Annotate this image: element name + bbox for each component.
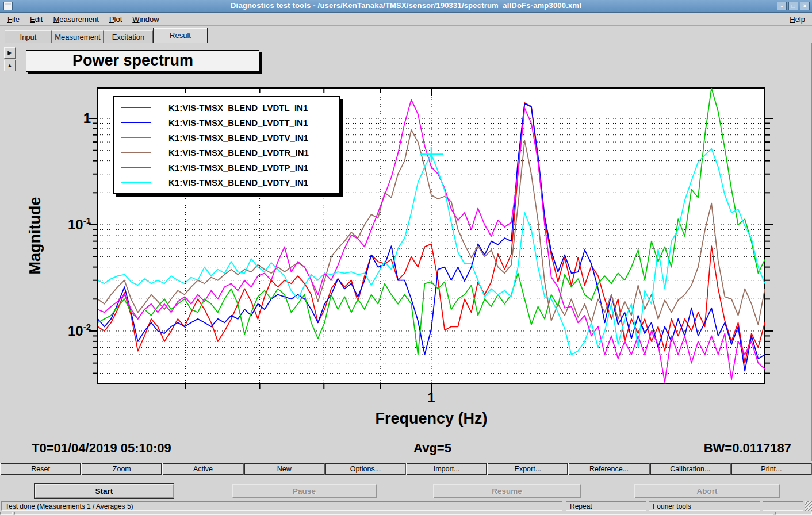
menu-edit[interactable]: Edit bbox=[25, 13, 48, 25]
result-pane: ▶ ▲ 110-110-21Frequency (Hz)Magnitude Po… bbox=[0, 43, 812, 461]
pan-right-icon: ▶ bbox=[7, 49, 12, 56]
title-bar[interactable]: Diagnostics test tools - /users/KenTanak… bbox=[0, 0, 812, 13]
menu-measurement[interactable]: Measurement bbox=[48, 13, 104, 25]
legend-label: K1:VIS-TMSX_BLEND_LVDTT_IN1 bbox=[168, 118, 308, 128]
legend-label: K1:VIS-TMSX_BLEND_LVDTP_IN1 bbox=[168, 163, 308, 172]
diagnostics-test-tools-window: Diagnostics test tools - /users/KenTanak… bbox=[0, 0, 812, 515]
y-tick-label: 10-1 bbox=[68, 216, 91, 232]
calibration-button[interactable]: Calibration... bbox=[650, 463, 731, 475]
x-tick-label: 1 bbox=[427, 390, 435, 405]
measurement-controls: StartPauseResumeAbort bbox=[0, 481, 812, 500]
tab-input[interactable]: Input bbox=[5, 30, 52, 43]
legend-label: K1:VIS-TMSX_BLEND_LVDTY_IN1 bbox=[168, 178, 308, 187]
menu-file[interactable]: File bbox=[2, 13, 25, 25]
bw-annotation: BW=0.0117187 bbox=[704, 441, 791, 456]
start-button[interactable]: Start bbox=[35, 484, 174, 498]
print-button[interactable]: Print... bbox=[731, 463, 812, 475]
maximize-button[interactable]: □ bbox=[788, 2, 798, 10]
legend-line-sample bbox=[121, 107, 151, 108]
pan-up-icon: ▲ bbox=[7, 62, 13, 68]
tab-result-result[interactable]: Result bbox=[153, 28, 208, 43]
y-axis-title: Magnitude bbox=[26, 197, 44, 275]
menu-items: FileEditMeasurementPlotWindow bbox=[2, 13, 164, 25]
zoom-button[interactable]: Zoom bbox=[81, 463, 162, 475]
tab-bar: InputMeasurementExcitationResult bbox=[0, 26, 812, 43]
legend-line-sample bbox=[121, 152, 151, 153]
menu-window[interactable]: Window bbox=[127, 13, 164, 25]
reference-button[interactable]: Reference... bbox=[568, 463, 649, 475]
status-bar: Test done (Measurements 1 / Averages 5) … bbox=[0, 501, 812, 512]
window-controls: -□× bbox=[777, 2, 810, 10]
reset-button[interactable]: Reset bbox=[0, 463, 81, 475]
legend-entry: K1:VIS-TMSX_BLEND_LVDTY_IN1 bbox=[114, 175, 339, 190]
tab-excitation[interactable]: Excitation bbox=[104, 30, 153, 43]
resize-grip[interactable] bbox=[805, 501, 812, 511]
active-button[interactable]: Active bbox=[162, 463, 243, 475]
status-message: Test done (Measurements 1 / Averages 5) bbox=[1, 501, 562, 511]
pause-button[interactable]: Pause bbox=[232, 484, 377, 498]
status-blank bbox=[763, 501, 803, 511]
legend-entry: K1:VIS-TMSX_BLEND_LVDTP_IN1 bbox=[114, 160, 339, 175]
legend-line-sample bbox=[121, 167, 151, 168]
close-button[interactable]: × bbox=[800, 2, 810, 10]
plot-toolbar: ResetZoomActiveNewOptions...Import...Exp… bbox=[0, 462, 812, 476]
x-axis-title: Frequency (Hz) bbox=[375, 410, 487, 427]
tab-measurement[interactable]: Measurement bbox=[52, 30, 104, 43]
legend-label: K1:VIS-TMSX_BLEND_LVDTV_IN1 bbox=[168, 133, 308, 143]
plot-legend: K1:VIS-TMSX_BLEND_LVDTL_IN1K1:VIS-TMSX_B… bbox=[113, 96, 340, 194]
legend-entry: K1:VIS-TMSX_BLEND_LVDTV_IN1 bbox=[114, 130, 339, 145]
legend-entry: K1:VIS-TMSX_BLEND_LVDTT_IN1 bbox=[114, 115, 339, 130]
legend-line-sample bbox=[121, 137, 151, 138]
pan-up-button[interactable]: ▲ bbox=[4, 60, 16, 71]
tabs: InputMeasurementExcitationResult bbox=[5, 28, 208, 43]
legend-entry: K1:VIS-TMSX_BLEND_LVDTR_IN1 bbox=[114, 145, 339, 160]
import-button[interactable]: Import... bbox=[406, 463, 487, 475]
legend-line-sample bbox=[121, 122, 151, 123]
plot-title-box[interactable]: Power spectrum bbox=[26, 50, 259, 72]
bottom-strip bbox=[0, 512, 812, 515]
new-button[interactable]: New bbox=[244, 463, 325, 475]
plot-title: Power spectrum bbox=[26, 51, 259, 70]
y-tick-label: 10-2 bbox=[68, 322, 91, 339]
minimize-button[interactable]: - bbox=[777, 2, 787, 10]
status-repeat: Repeat bbox=[566, 501, 646, 511]
window-title: Diagnostics test tools - /users/KenTanak… bbox=[0, 1, 812, 10]
legend-label: K1:VIS-TMSX_BLEND_LVDTR_IN1 bbox=[168, 148, 309, 157]
status-fourier-tools: Fourier tools bbox=[649, 501, 760, 511]
legend-entry: K1:VIS-TMSX_BLEND_LVDTL_IN1 bbox=[114, 100, 339, 115]
legend-label: K1:VIS-TMSX_BLEND_LVDTL_IN1 bbox=[168, 103, 308, 113]
t0-annotation: T0=01/04/2019 05:10:09 bbox=[32, 441, 171, 456]
menu-bar: FileEditMeasurementPlotWindow Help bbox=[0, 13, 812, 26]
menu-help[interactable]: Help bbox=[787, 15, 807, 24]
legend-line-sample bbox=[121, 182, 151, 183]
menu-plot[interactable]: Plot bbox=[104, 13, 127, 25]
abort-button[interactable]: Abort bbox=[634, 484, 780, 498]
options-button[interactable]: Options... bbox=[325, 463, 406, 475]
pan-right-button[interactable]: ▶ bbox=[4, 47, 16, 59]
y-tick-label: 1 bbox=[83, 110, 91, 126]
export-button[interactable]: Export... bbox=[487, 463, 568, 475]
avg-annotation: Avg=5 bbox=[358, 441, 507, 456]
resume-button[interactable]: Resume bbox=[433, 484, 581, 498]
